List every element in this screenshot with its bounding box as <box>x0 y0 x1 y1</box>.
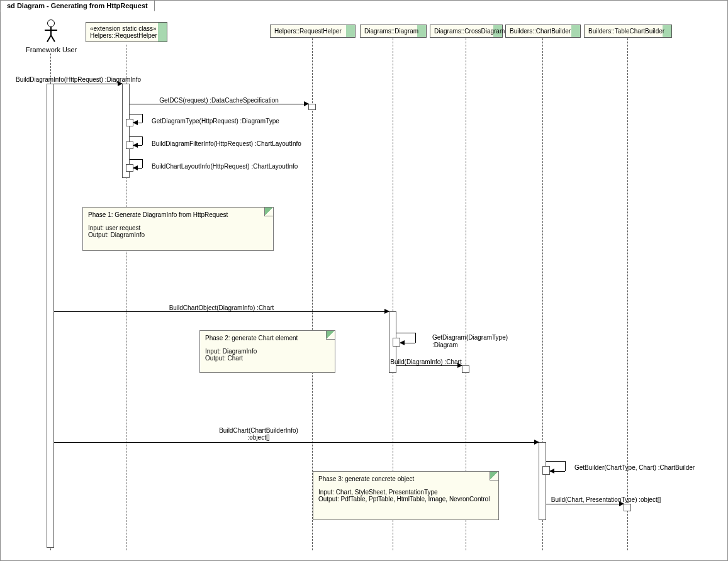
message-label: BuildChartLayoutInfo(HttpRequest) :Chart… <box>152 163 298 170</box>
participant-label: Builders::TableChartBuilder <box>588 28 668 35</box>
participant-chart-builder: Builders::ChartBuilder <box>505 25 581 38</box>
message-label: BuildDiagramFilterInfo(HttpRequest) :Cha… <box>152 140 301 147</box>
participant-label: Builders::ChartBuilder <box>510 28 576 35</box>
message-label: GetBuilder(ChartType, Chart) :ChartBuild… <box>574 464 695 471</box>
note-phase-2: Phase 2: generate Chart element Input: D… <box>199 330 335 373</box>
message-label: BuildChart(ChartBuilderInfo) :object[] <box>215 427 303 441</box>
note-line: Input: DiagramInfo <box>205 348 330 355</box>
participant-table-chart-builder: Builders::TableChartBuilder <box>584 25 672 38</box>
note-phase-3: Phase 3: generate concrete object Input:… <box>313 471 499 520</box>
note-line: Output: DiagramInfo <box>88 231 268 238</box>
participant-stereotype: «extension static class» <box>90 25 157 32</box>
note-line: Output: PdfTable, PptTable, HtmlTable, I… <box>318 496 493 503</box>
actor-framework-user: Framework User <box>26 19 76 53</box>
selfmsg-top <box>130 114 142 114</box>
selfmsg-top <box>396 333 415 333</box>
activation-p5-a <box>539 442 546 520</box>
message-build-chart-layout <box>133 168 142 169</box>
participant-request-helper: Helpers::RequestHelper <box>270 25 356 38</box>
message-label: :Diagram <box>432 342 458 348</box>
participant-label: Helpers::RequestHelper <box>274 28 351 35</box>
activation-p4-a <box>462 365 469 373</box>
message-build-diagram: Build(DiagramInfo) :Chart <box>396 365 462 366</box>
selfmsg-side <box>142 136 143 145</box>
message-label: GetDiagramType(HttpRequest) :DiagramType <box>152 118 279 125</box>
note-phase-1: Phase 1: Generate DiagramInfo from HttpR… <box>82 207 274 251</box>
participant-label: Diagrams::CrossDiagram <box>434 28 498 35</box>
message-build-chart-object: BuildChartObject(DiagramInfo) :Chart <box>54 311 389 312</box>
message-label: BuildDiagramInfo(HttpRequest) :DiagramIn… <box>16 76 122 83</box>
message-build-chart <box>54 442 539 443</box>
participant-label: Diagrams::Diagram <box>364 28 422 35</box>
actor-label: Framework User <box>26 46 76 53</box>
message-label: GetDiagram(DiagramType) <box>432 334 508 341</box>
participant-cross-diagram: Diagrams::CrossDiagram <box>430 25 503 38</box>
message-build-diagram-filter <box>133 145 142 146</box>
message-get-diagram <box>400 343 415 343</box>
participant-request-helper-ext: «extension static class» Helpers::Reques… <box>86 22 167 42</box>
selfmsg-side <box>415 333 416 343</box>
message-get-builder <box>550 471 565 472</box>
message-label: BuildChartObject(DiagramInfo) :Chart <box>54 304 389 311</box>
activation-actor <box>47 84 54 548</box>
message-label: GetDCS(request) :DataCacheSpecification <box>130 97 308 104</box>
note-line: Input: Chart, StyleSheet, PresentationTy… <box>318 489 493 496</box>
message-label: Build(DiagramInfo) :Chart <box>390 358 462 365</box>
message-arrow <box>54 84 122 84</box>
frame-title-tab: sd Diagram - Generating from HttpRequest <box>0 0 155 11</box>
lifeline-p6 <box>627 38 628 550</box>
selfmsg-side <box>142 159 143 168</box>
actor-icon <box>45 19 57 45</box>
note-title: Phase 3: generate concrete object <box>318 475 493 482</box>
message-get-diagram-type <box>133 123 142 123</box>
note-line: Output: Chart <box>205 355 330 362</box>
note-title: Phase 1: Generate DiagramInfo from HttpR… <box>88 211 268 218</box>
message-build-presentation <box>546 504 624 504</box>
selfmsg-top <box>130 159 142 160</box>
participant-diagram: Diagrams::Diagram <box>360 25 427 38</box>
selfmsg-top <box>546 461 565 462</box>
note-title: Phase 2: generate Chart element <box>205 335 330 342</box>
note-line: Input: user request <box>88 225 268 231</box>
activation-p6-a <box>624 504 631 511</box>
activation-p2-a <box>308 104 316 110</box>
frame-title: Diagram - Generating from HttpRequest <box>17 2 148 9</box>
participant-label: Helpers::RequestHelper <box>90 32 157 39</box>
frame-title-prefix: sd <box>7 2 17 9</box>
message-label: Build(Chart, PresentationType) :object[] <box>524 496 688 503</box>
selfmsg-top <box>130 136 142 137</box>
sequence-diagram-frame: sd Diagram - Generating from HttpRequest… <box>0 0 728 561</box>
message-get-dcs: GetDCS(request) :DataCacheSpecification <box>130 104 308 104</box>
selfmsg-side <box>565 461 566 471</box>
selfmsg-side <box>142 114 143 123</box>
